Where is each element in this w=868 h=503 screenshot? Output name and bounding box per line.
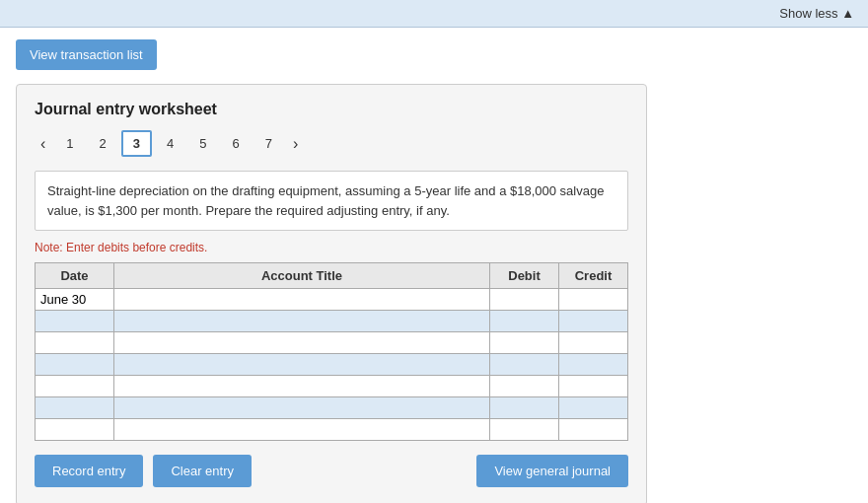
account-cell [114, 332, 490, 354]
table-row [36, 376, 628, 397]
account-cell [114, 419, 490, 441]
credit-input[interactable] [559, 332, 627, 353]
credit-cell [559, 289, 628, 311]
page-button-5[interactable]: 5 [188, 131, 217, 156]
account-input[interactable] [114, 289, 489, 310]
debit-cell [490, 419, 559, 441]
date-cell [36, 289, 114, 311]
credit-input[interactable] [559, 397, 627, 418]
account-cell [114, 397, 490, 419]
date-input[interactable] [36, 397, 113, 418]
debit-cell [490, 332, 559, 354]
credit-input[interactable] [559, 311, 627, 331]
date-cell [36, 332, 114, 354]
debit-cell [490, 376, 559, 397]
account-input[interactable] [114, 311, 489, 331]
page-button-2[interactable]: 2 [89, 131, 117, 156]
table-row [36, 311, 628, 332]
table-row [36, 332, 628, 354]
credit-input[interactable] [559, 354, 627, 375]
credit-input[interactable] [559, 419, 627, 440]
credit-input[interactable] [559, 376, 627, 396]
page-button-4[interactable]: 4 [156, 131, 184, 156]
credit-cell [559, 419, 628, 441]
account-cell [114, 311, 490, 332]
credit-cell [559, 376, 628, 397]
credit-cell [559, 397, 628, 419]
col-header-debit: Debit [490, 263, 559, 289]
debit-cell [490, 311, 559, 332]
col-header-account: Account Title [114, 263, 490, 289]
credit-cell [559, 332, 628, 354]
view-general-journal-button[interactable]: View general journal [476, 455, 628, 487]
show-less-link[interactable]: Show less ▲ [779, 6, 854, 21]
page-button-1[interactable]: 1 [55, 131, 84, 156]
col-header-date: Date [36, 263, 114, 289]
clear-entry-button[interactable]: Clear entry [153, 455, 252, 487]
account-input[interactable] [114, 419, 489, 440]
col-header-credit: Credit [559, 263, 628, 289]
main-content: View transaction list Journal entry work… [0, 28, 868, 503]
debit-cell [490, 397, 559, 419]
account-input[interactable] [114, 397, 489, 418]
journal-table: Date Account Title Debit Credit [35, 262, 628, 441]
account-input[interactable] [114, 354, 489, 375]
debit-cell [490, 289, 559, 311]
prev-page-button[interactable]: ‹ [35, 133, 51, 155]
debit-input[interactable] [490, 289, 558, 310]
debit-input[interactable] [490, 354, 558, 375]
page-button-6[interactable]: 6 [222, 131, 251, 156]
date-input[interactable] [36, 289, 113, 310]
credit-input[interactable] [559, 289, 627, 310]
view-transaction-button[interactable]: View transaction list [16, 39, 157, 70]
date-cell [36, 397, 114, 419]
note-text: Note: Enter debits before credits. [35, 241, 628, 254]
date-cell [36, 419, 114, 441]
debit-input[interactable] [490, 376, 558, 396]
next-page-button[interactable]: › [287, 133, 304, 155]
worksheet-card: Journal entry worksheet ‹ 1 2 3 4 5 6 7 … [16, 84, 647, 503]
debit-input[interactable] [490, 311, 558, 331]
debit-input[interactable] [490, 397, 558, 418]
description-box: Straight-line depreciation on the drafti… [35, 171, 628, 231]
table-row [36, 397, 628, 419]
page-button-7[interactable]: 7 [254, 131, 283, 156]
date-cell [36, 354, 114, 376]
table-row [36, 354, 628, 376]
account-input[interactable] [114, 376, 489, 396]
date-input[interactable] [36, 419, 113, 440]
debit-input[interactable] [490, 332, 558, 353]
date-input[interactable] [36, 376, 113, 396]
date-input[interactable] [36, 354, 113, 375]
debit-input[interactable] [490, 419, 558, 440]
pagination: ‹ 1 2 3 4 5 6 7 › [35, 130, 628, 157]
record-entry-button[interactable]: Record entry [35, 455, 143, 487]
debit-cell [490, 354, 559, 376]
top-bar: Show less ▲ [0, 0, 868, 28]
credit-cell [559, 354, 628, 376]
credit-cell [559, 311, 628, 332]
account-cell [114, 289, 490, 311]
date-cell [36, 311, 114, 332]
table-row [36, 419, 628, 441]
account-cell [114, 376, 490, 397]
date-input[interactable] [36, 311, 113, 331]
table-row [36, 289, 628, 311]
page-button-3[interactable]: 3 [121, 130, 152, 157]
account-cell [114, 354, 490, 376]
account-input[interactable] [114, 332, 489, 353]
worksheet-title: Journal entry worksheet [35, 101, 628, 118]
date-input[interactable] [36, 332, 113, 353]
date-cell [36, 376, 114, 397]
button-row: Record entry Clear entry View general jo… [35, 455, 628, 487]
